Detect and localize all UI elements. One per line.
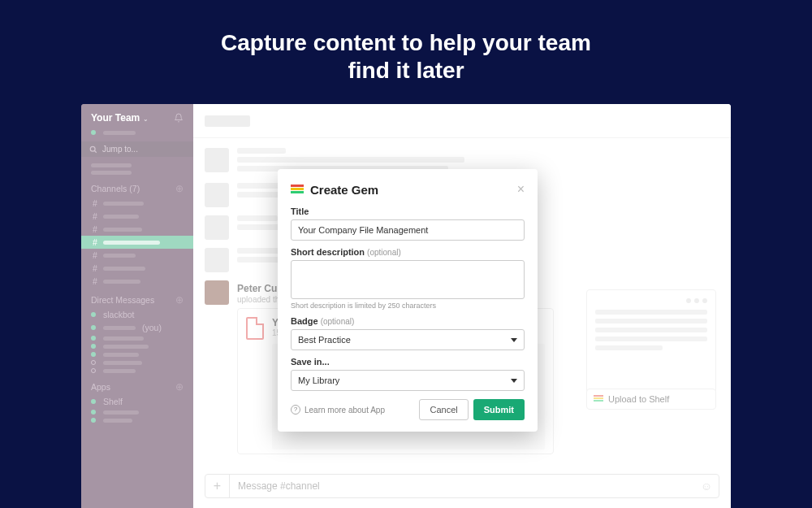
dm-item[interactable] xyxy=(81,334,193,342)
dm-you[interactable]: (you) xyxy=(81,321,193,334)
page-headline: Capture content to help your team find i… xyxy=(0,0,812,103)
desc-textarea[interactable] xyxy=(291,260,525,299)
search-icon xyxy=(89,145,97,154)
svg-point-0 xyxy=(90,146,95,151)
jump-to[interactable]: Jump to... xyxy=(81,141,193,157)
caret-down-icon xyxy=(511,338,517,342)
sidebar-row[interactable] xyxy=(81,169,193,176)
submit-button[interactable]: Submit xyxy=(473,399,525,420)
shelf-icon xyxy=(291,185,304,195)
desc-hint: Short description is limited by 250 char… xyxy=(291,302,525,310)
avatar xyxy=(205,248,229,272)
avatar xyxy=(205,215,229,240)
dm-header[interactable]: Direct Messages⊕ xyxy=(81,288,193,308)
plus-icon[interactable]: ⊕ xyxy=(175,381,184,393)
emoji-icon[interactable]: ☺ xyxy=(694,480,719,493)
channel-name-placeholder xyxy=(205,115,250,127)
title-label: Title xyxy=(291,206,525,216)
badge-label: Badge(optional) xyxy=(291,316,525,326)
savein-select[interactable]: My Library xyxy=(291,370,525,391)
plus-icon[interactable]: ⊕ xyxy=(175,183,184,194)
app-item[interactable] xyxy=(81,416,193,424)
close-icon[interactable]: × xyxy=(517,182,525,197)
dm-item[interactable] xyxy=(81,358,193,367)
channel-item[interactable]: # xyxy=(81,223,193,236)
message-composer[interactable]: + ☺ xyxy=(205,474,719,498)
app-item[interactable] xyxy=(81,408,193,416)
channel-item[interactable]: # xyxy=(81,275,193,288)
channel-item-active[interactable]: # xyxy=(81,236,193,249)
file-icon xyxy=(246,317,264,340)
title-input[interactable] xyxy=(291,219,525,241)
channel-item[interactable]: # xyxy=(81,210,193,223)
plus-icon[interactable]: ⊕ xyxy=(175,294,184,306)
avatar xyxy=(205,183,229,207)
upload-label: Upload to Shelf xyxy=(608,394,669,404)
create-gem-modal: Create Gem × Title Short description(opt… xyxy=(278,169,538,432)
desc-label: Short description(optional) xyxy=(291,247,525,257)
badge-select[interactable]: Best Practice xyxy=(291,329,525,350)
channel-item[interactable]: # xyxy=(81,249,193,262)
user-status[interactable] xyxy=(81,128,193,137)
channels-header[interactable]: Channels (7)⊕ xyxy=(81,176,193,197)
learn-more-link[interactable]: ?Learn more about App xyxy=(291,405,419,415)
apps-header[interactable]: Apps⊕ xyxy=(81,375,193,395)
upload-to-shelf-button[interactable]: Upload to Shelf xyxy=(586,389,716,410)
help-icon: ? xyxy=(291,405,300,415)
dm-item[interactable] xyxy=(81,350,193,358)
caret-down-icon xyxy=(511,379,517,383)
plus-icon[interactable]: + xyxy=(205,475,230,497)
cancel-button[interactable]: Cancel xyxy=(419,399,468,420)
savein-label: Save in... xyxy=(291,357,525,367)
dm-item[interactable] xyxy=(81,367,193,375)
channel-item[interactable]: # xyxy=(81,262,193,275)
message-input[interactable] xyxy=(230,480,694,492)
sidebar-row[interactable] xyxy=(81,162,193,169)
jump-label: Jump to... xyxy=(102,145,138,154)
avatar xyxy=(205,148,229,172)
dm-item[interactable] xyxy=(81,342,193,350)
headline-line1: Capture content to help your team xyxy=(221,30,591,55)
avatar xyxy=(205,280,229,305)
preview-pane xyxy=(586,289,716,395)
shelf-icon xyxy=(594,395,603,403)
app-shelf[interactable]: Shelf xyxy=(81,395,193,408)
dm-slackbot[interactable]: slackbot xyxy=(81,308,193,321)
team-switcher[interactable]: Your Team⌄ xyxy=(81,104,193,128)
channel-toolbar xyxy=(193,104,731,138)
bell-icon[interactable] xyxy=(174,113,184,123)
sidebar: Your Team⌄ Jump to... Channels (7)⊕ # # … xyxy=(81,104,193,508)
team-name: Your Team xyxy=(91,112,140,124)
headline-line2: find it later xyxy=(348,58,464,83)
modal-title: Create Gem xyxy=(310,183,511,197)
chevron-down-icon: ⌄ xyxy=(143,115,149,123)
channel-item[interactable]: # xyxy=(81,197,193,210)
